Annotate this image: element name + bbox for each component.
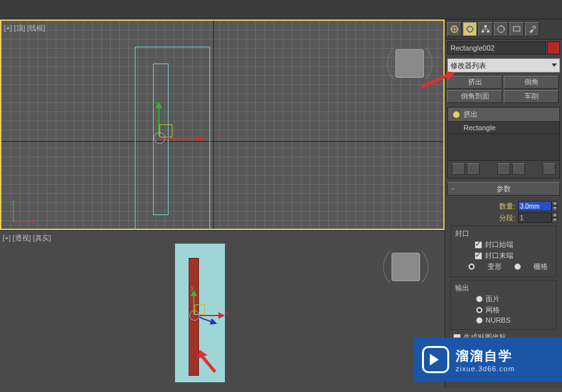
params-rollout-header[interactable]: - 参数 bbox=[447, 182, 560, 196]
watermark-subtitle: zixue.3d66.com bbox=[456, 365, 515, 373]
cap-end-label: 封口末端 bbox=[485, 251, 513, 260]
patch-label: 面片 bbox=[486, 294, 500, 304]
spinner-down-icon[interactable]: ▼ bbox=[552, 206, 558, 211]
modifier-stack: 挤出 Rectangle bbox=[447, 107, 560, 178]
modify-tab-icon[interactable] bbox=[463, 22, 477, 36]
extrude-button[interactable]: 挤出 bbox=[447, 76, 502, 89]
chamfer-button[interactable]: 倒角 bbox=[504, 76, 559, 89]
capping-legend: 封口 bbox=[455, 229, 469, 237]
show-end-result-icon[interactable] bbox=[467, 163, 480, 175]
viewport-top[interactable]: [+] [顶] [线框] x y z x bbox=[0, 19, 445, 230]
bevel-profile-button[interactable]: 倒角剖面 bbox=[447, 90, 502, 103]
mesh-radio[interactable] bbox=[476, 306, 483, 314]
patch-radio[interactable] bbox=[476, 295, 483, 303]
grid-radio[interactable] bbox=[514, 263, 521, 270]
viewcube[interactable] bbox=[395, 49, 424, 78]
segments-label: 分段: bbox=[499, 213, 515, 223]
svg-rect-5 bbox=[513, 27, 520, 31]
svg-rect-1 bbox=[484, 25, 487, 27]
modifier-list-dropdown[interactable]: 修改器列表 bbox=[447, 58, 560, 73]
spinner-up-icon[interactable]: ▲ bbox=[552, 201, 558, 206]
svg-rect-2 bbox=[482, 30, 484, 32]
gizmo-x-label: x bbox=[219, 131, 222, 138]
object-name-input[interactable] bbox=[447, 41, 546, 54]
top-toolbar bbox=[0, 0, 562, 19]
viewport-grid bbox=[1, 21, 443, 229]
viewport-area: [+] [顶] [线框] x y z x [+] [透视] [真实] bbox=[0, 19, 445, 388]
cap-start-checkbox[interactable] bbox=[474, 241, 482, 249]
params-rollout: 数量: ▲▼ 分段: ▲▼ 封口 封口始端 bbox=[445, 197, 562, 346]
configure-sets-icon[interactable] bbox=[543, 163, 556, 175]
mesh-label: 网格 bbox=[486, 305, 500, 315]
morph-label: 变形 bbox=[487, 262, 502, 271]
watermark: 溜溜自学 zixue.3d66.com bbox=[414, 338, 562, 382]
amount-spinner[interactable] bbox=[518, 201, 552, 211]
modifier-list-label: 修改器列表 bbox=[451, 61, 486, 71]
svg-point-6 bbox=[533, 26, 535, 29]
remove-modifier-icon[interactable] bbox=[512, 163, 525, 175]
gizmo-center[interactable] bbox=[189, 310, 200, 321]
capping-group: 封口 封口始端 封口末端 变形 栅格 bbox=[451, 225, 557, 277]
gizmo-x-axis[interactable] bbox=[159, 137, 202, 139]
stack-item-extrude[interactable]: 挤出 bbox=[448, 108, 559, 122]
watermark-title: 溜溜自学 bbox=[456, 347, 515, 365]
play-icon bbox=[422, 346, 449, 373]
stack-item-rectangle[interactable]: Rectangle bbox=[448, 122, 559, 134]
perspective-scene: x y z bbox=[175, 244, 225, 382]
panel-tabs bbox=[445, 19, 562, 40]
viewport-top-label[interactable]: [+] [顶] [线框] bbox=[4, 23, 45, 33]
object-color-swatch[interactable] bbox=[547, 41, 560, 54]
output-legend: 输出 bbox=[455, 284, 469, 292]
hierarchy-tab-icon[interactable] bbox=[478, 22, 493, 36]
command-panel: 修改器列表 挤出 倒角 倒角剖面 车削 挤出 Rectangle bbox=[445, 19, 562, 388]
lathe-button[interactable]: 车削 bbox=[504, 90, 559, 103]
pin-stack-icon[interactable] bbox=[452, 163, 465, 175]
spinner-up-icon[interactable]: ▲ bbox=[552, 213, 558, 218]
cap-end-checkbox[interactable] bbox=[474, 252, 482, 260]
segments-spinner[interactable] bbox=[518, 213, 552, 223]
motion-tab-icon[interactable] bbox=[494, 22, 508, 36]
bulb-icon[interactable] bbox=[453, 111, 460, 118]
utilities-tab-icon[interactable] bbox=[525, 22, 539, 36]
make-unique-icon[interactable] bbox=[497, 163, 510, 175]
rollout-title: 参数 bbox=[497, 185, 511, 192]
stack-item-label: Rectangle bbox=[463, 124, 496, 132]
spinner-down-icon[interactable]: ▼ bbox=[552, 218, 558, 223]
gizmo-y-label: y bbox=[156, 100, 159, 107]
viewport-persp-label[interactable]: [+] [透视] [真实] bbox=[3, 233, 51, 243]
nurbs-radio[interactable] bbox=[476, 317, 483, 324]
stack-toolbar bbox=[448, 160, 559, 178]
display-tab-icon[interactable] bbox=[509, 22, 524, 36]
create-tab-icon[interactable] bbox=[447, 22, 462, 36]
chevron-down-icon bbox=[552, 63, 557, 69]
viewcube[interactable] bbox=[392, 253, 420, 281]
collapse-icon: - bbox=[452, 184, 454, 192]
amount-label: 数量: bbox=[499, 202, 515, 211]
output-group: 输出 面片 网格 NURBS bbox=[451, 280, 557, 330]
cap-start-label: 封口始端 bbox=[485, 240, 513, 249]
gizmo-center[interactable] bbox=[154, 132, 165, 144]
morph-radio[interactable] bbox=[468, 263, 475, 270]
stack-item-label: 挤出 bbox=[463, 110, 478, 119]
viewport-perspective[interactable]: [+] [透视] [真实] x y z bbox=[0, 230, 445, 388]
svg-rect-3 bbox=[487, 30, 489, 32]
nurbs-label: NURBS bbox=[486, 316, 511, 324]
grid-label: 栅格 bbox=[533, 262, 548, 271]
